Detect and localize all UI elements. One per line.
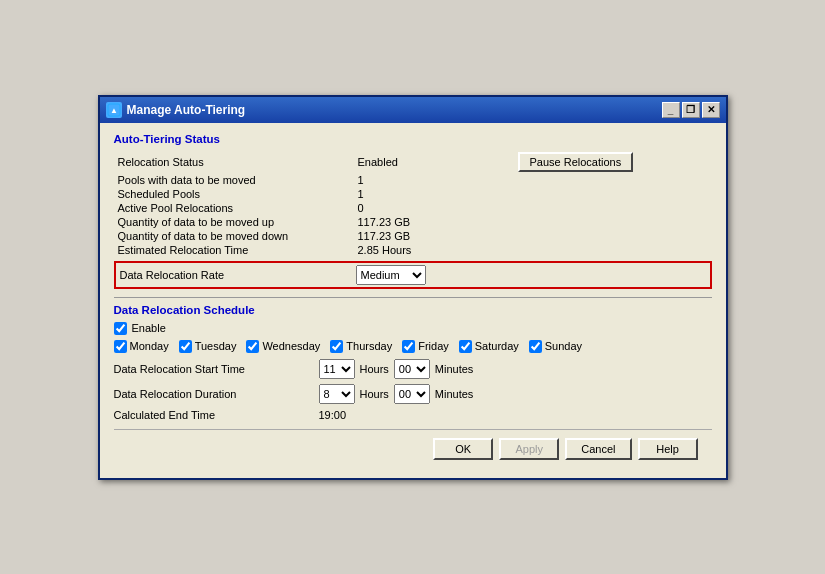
start-minutes-select[interactable]: 00153045 — [394, 359, 430, 379]
day-item-sunday: Sunday — [529, 340, 582, 353]
status-section-title: Auto-Tiering Status — [114, 133, 712, 145]
rate-row: Data Relocation Rate Low Medium High — [114, 261, 712, 289]
restore-button[interactable]: ❐ — [682, 102, 700, 118]
title-bar-left: ▲ Manage Auto-Tiering — [106, 102, 246, 118]
friday-checkbox[interactable] — [402, 340, 415, 353]
friday-label: Friday — [418, 340, 449, 352]
status-relocation-value: Enabled — [354, 151, 514, 173]
estimated-time-label: Estimated Relocation Time — [114, 243, 354, 257]
data-moved-up-label: Quantity of data to be moved up — [114, 215, 354, 229]
table-row: Relocation Status Enabled Pause Relocati… — [114, 151, 712, 173]
saturday-checkbox[interactable] — [459, 340, 472, 353]
duration-minutes-select[interactable]: 00153045 — [394, 384, 430, 404]
pools-moved-value: 1 — [354, 173, 514, 187]
data-moved-down-label: Quantity of data to be moved down — [114, 229, 354, 243]
title-controls: _ ❐ ✕ — [662, 102, 720, 118]
day-item-tuesday: Tuesday — [179, 340, 237, 353]
data-moved-down-value: 117.23 GB — [354, 229, 514, 243]
enable-row: Enable — [114, 322, 712, 335]
table-row: Quantity of data to be moved up 117.23 G… — [114, 215, 712, 229]
ok-button[interactable]: OK — [433, 438, 493, 460]
status-section: Auto-Tiering Status Relocation Status En… — [114, 133, 712, 289]
help-button[interactable]: Help — [638, 438, 698, 460]
minutes-label-duration: Minutes — [435, 388, 474, 400]
duration-label: Data Relocation Duration — [114, 388, 314, 400]
estimated-time-value: 2.85 Hours — [354, 243, 514, 257]
tuesday-checkbox[interactable] — [179, 340, 192, 353]
button-bar: OK Apply Cancel Help — [114, 429, 712, 468]
manage-auto-tiering-window: ▲ Manage Auto-Tiering _ ❐ ✕ Auto-Tiering… — [98, 95, 728, 480]
day-item-thursday: Thursday — [330, 340, 392, 353]
window-icon: ▲ — [106, 102, 122, 118]
duration-hours-select[interactable]: 1234 5678 9101112 — [319, 384, 355, 404]
window-title: Manage Auto-Tiering — [127, 103, 246, 117]
wednesday-label: Wednesday — [262, 340, 320, 352]
tuesday-label: Tuesday — [195, 340, 237, 352]
scheduled-pools-label: Scheduled Pools — [114, 187, 354, 201]
active-relocations-value: 0 — [354, 201, 514, 215]
day-item-monday: Monday — [114, 340, 169, 353]
sunday-checkbox[interactable] — [529, 340, 542, 353]
title-bar: ▲ Manage Auto-Tiering _ ❐ ✕ — [100, 97, 726, 123]
svg-text:▲: ▲ — [110, 106, 118, 115]
wednesday-checkbox[interactable] — [246, 340, 259, 353]
day-item-friday: Friday — [402, 340, 449, 353]
start-time-row: Data Relocation Start Time 8910 111213 1… — [114, 359, 712, 379]
monday-label: Monday — [130, 340, 169, 352]
end-time-row: Calculated End Time 19:00 — [114, 409, 712, 421]
enable-checkbox[interactable] — [114, 322, 127, 335]
duration-row: Data Relocation Duration 1234 5678 91011… — [114, 384, 712, 404]
scheduled-pools-value: 1 — [354, 187, 514, 201]
hours-label-duration: Hours — [360, 388, 389, 400]
close-button[interactable]: ✕ — [702, 102, 720, 118]
apply-button[interactable]: Apply — [499, 438, 559, 460]
schedule-section-title: Data Relocation Schedule — [114, 304, 712, 316]
table-row: Quantity of data to be moved down 117.23… — [114, 229, 712, 243]
window-content: Auto-Tiering Status Relocation Status En… — [100, 123, 726, 478]
days-row: Monday Tuesday Wednesday Thursday Friday — [114, 340, 712, 353]
minutes-label-start: Minutes — [435, 363, 474, 375]
pools-moved-label: Pools with data to be moved — [114, 173, 354, 187]
pause-relocations-button[interactable]: Pause Relocations — [518, 152, 634, 172]
table-row: Pools with data to be moved 1 — [114, 173, 712, 187]
end-time-value: 19:00 — [319, 409, 347, 421]
day-item-saturday: Saturday — [459, 340, 519, 353]
rate-label: Data Relocation Rate — [120, 269, 356, 281]
start-hours-select[interactable]: 8910 111213 141516 171819 20212223 — [319, 359, 355, 379]
monday-checkbox[interactable] — [114, 340, 127, 353]
cancel-button[interactable]: Cancel — [565, 438, 631, 460]
table-row: Estimated Relocation Time 2.85 Hours — [114, 243, 712, 257]
status-relocation-label: Relocation Status — [114, 151, 354, 173]
data-moved-up-value: 117.23 GB — [354, 215, 514, 229]
enable-label: Enable — [132, 322, 166, 334]
pause-btn-cell: Pause Relocations — [514, 151, 712, 173]
thursday-label: Thursday — [346, 340, 392, 352]
status-table: Relocation Status Enabled Pause Relocati… — [114, 151, 712, 257]
start-time-label: Data Relocation Start Time — [114, 363, 314, 375]
table-row: Active Pool Relocations 0 — [114, 201, 712, 215]
rate-select[interactable]: Low Medium High — [356, 265, 426, 285]
end-time-label: Calculated End Time — [114, 409, 314, 421]
sunday-label: Sunday — [545, 340, 582, 352]
active-relocations-label: Active Pool Relocations — [114, 201, 354, 215]
thursday-checkbox[interactable] — [330, 340, 343, 353]
saturday-label: Saturday — [475, 340, 519, 352]
table-row: Scheduled Pools 1 — [114, 187, 712, 201]
day-item-wednesday: Wednesday — [246, 340, 320, 353]
minimize-button[interactable]: _ — [662, 102, 680, 118]
section-divider — [114, 297, 712, 298]
hours-label-start: Hours — [360, 363, 389, 375]
schedule-section: Data Relocation Schedule Enable Monday T… — [114, 304, 712, 421]
